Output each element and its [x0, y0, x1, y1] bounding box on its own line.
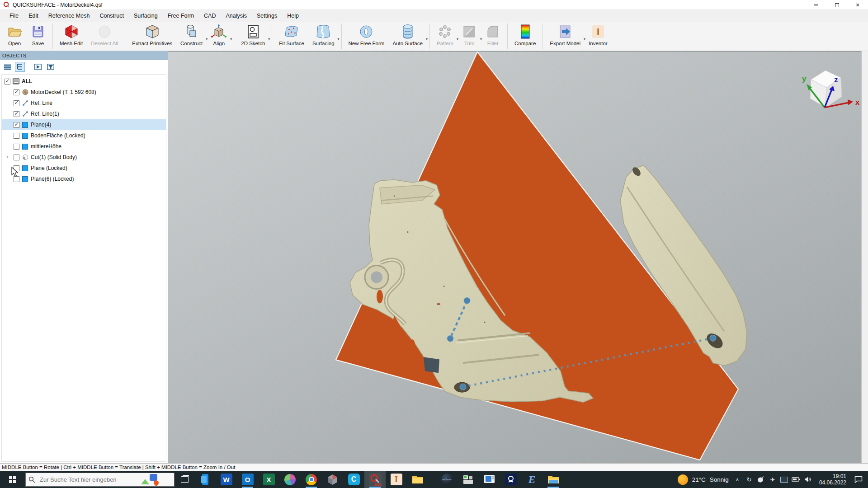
tree-item-plane-locked[interactable]: Plane (Locked): [2, 163, 166, 174]
play-button[interactable]: [33, 62, 43, 72]
taskbar-app-display[interactable]: [479, 471, 500, 488]
open-button[interactable]: Open: [3, 22, 26, 51]
align-icon: [211, 23, 227, 40]
taskbar-app-inventor[interactable]: I: [386, 471, 407, 488]
tree-item-cut1[interactable]: › Cut(1) (Solid Body): [2, 152, 166, 163]
tree-item-all[interactable]: ALL: [2, 76, 166, 87]
checkbox[interactable]: [14, 100, 19, 106]
touchpad-icon[interactable]: [779, 477, 789, 483]
surfacing-dropdown-arrow[interactable]: ▾: [338, 37, 340, 41]
taskbar-app-mesh-tool[interactable]: [322, 471, 343, 488]
tree-item-bodenflaeche[interactable]: BodenFläche (Locked): [2, 130, 166, 141]
search-icon: [28, 476, 35, 483]
save-button[interactable]: Save: [26, 22, 50, 51]
auto-surface-button[interactable]: Auto Surface ▾: [388, 22, 426, 51]
menu-edit[interactable]: Edit: [24, 11, 43, 21]
taskbar-app-3d-printer[interactable]: [458, 471, 479, 488]
taskbar-app-dashboard[interactable]: [279, 471, 301, 488]
surfacing-button[interactable]: Surfacing ▾: [308, 22, 339, 51]
fit-surface-button[interactable]: Fit Surface: [275, 22, 308, 51]
taskbar-app-webcam[interactable]: [500, 471, 521, 488]
task-view-icon: [181, 476, 189, 483]
taskbar-app-outlook[interactable]: O: [237, 471, 258, 488]
mesh-edit-button[interactable]: Mesh Edit: [56, 22, 87, 51]
inventor-button[interactable]: I Inventor: [585, 22, 612, 51]
construct-button[interactable]: Construct ▾: [176, 22, 207, 51]
taskbar-app-word[interactable]: W: [216, 471, 237, 488]
taskbar-app-quicksurface[interactable]: 2022: [364, 471, 386, 488]
menu-construct[interactable]: Construct: [94, 11, 129, 21]
taskbar-app-folder[interactable]: [407, 471, 428, 488]
fillet-icon: [486, 23, 500, 40]
expand-chevron[interactable]: ›: [6, 154, 8, 160]
2d-sketch-button[interactable]: 2D Sketch ▾: [237, 22, 269, 51]
checkbox[interactable]: [5, 79, 10, 84]
tray-expand-chevron[interactable]: ∧: [736, 477, 739, 483]
new-free-form-button[interactable]: New Free Form: [344, 22, 389, 51]
airplane-mode-icon[interactable]: ✈: [767, 476, 778, 483]
fillet-button[interactable]: Fillet: [481, 22, 505, 51]
tray-temperature[interactable]: 21°C: [692, 476, 706, 483]
objects-panel: OBJECTS ALL: [0, 51, 168, 463]
menu-cad[interactable]: CAD: [199, 11, 221, 21]
tree-item-ref-line1[interactable]: Ref. Line(1): [2, 108, 166, 119]
checkbox[interactable]: [14, 122, 19, 128]
taskbar-app-cura[interactable]: C: [343, 471, 364, 488]
align-dropdown-arrow[interactable]: ▾: [230, 37, 232, 41]
compare-button[interactable]: Compare: [510, 22, 540, 51]
checkbox[interactable]: [14, 144, 19, 150]
taskbar-app-excel[interactable]: X: [258, 471, 279, 488]
checkbox[interactable]: [14, 89, 19, 95]
taskbar-app-your-phone[interactable]: [194, 471, 216, 488]
battery-icon[interactable]: [791, 477, 801, 482]
tree-item-plane6-locked[interactable]: Plane(6) (Locked): [2, 174, 166, 184]
extract-primitives-button[interactable]: Extract Primitives: [128, 22, 176, 51]
taskbar-search[interactable]: [25, 473, 175, 487]
checkbox[interactable]: [14, 155, 19, 160]
pattern-button[interactable]: Pattern ▾: [433, 22, 458, 51]
input-device-icon[interactable]: [755, 476, 766, 483]
list-view-button[interactable]: [2, 62, 12, 72]
minimize-button[interactable]: [806, 0, 826, 10]
checkbox[interactable]: [14, 111, 19, 117]
menu-analysis[interactable]: Analysis: [221, 11, 252, 21]
trim-button[interactable]: Trim ▾: [458, 22, 481, 51]
volume-icon[interactable]: [802, 476, 813, 483]
tree-item-plane4[interactable]: Plane(4): [2, 119, 166, 130]
rotation-lock-icon[interactable]: ↻: [744, 476, 754, 483]
menu-free-form[interactable]: Free Form: [163, 11, 199, 21]
tree-item-mittlerehoehe[interactable]: mittlereHöhe: [2, 141, 166, 152]
menu-reference-mesh[interactable]: Reference Mesh: [43, 11, 95, 21]
tray-clock[interactable]: 19:01 04.06.2022: [819, 473, 846, 486]
weather-sun-icon[interactable]: [678, 474, 688, 485]
task-view-button[interactable]: [175, 471, 194, 488]
taskbar-app-exscan[interactable]: exScan: [436, 471, 458, 488]
weather-widget-icon[interactable]: [141, 474, 159, 485]
tree-item-ref-line[interactable]: Ref. Line: [2, 98, 166, 108]
search-input[interactable]: [39, 476, 137, 483]
start-button[interactable]: [0, 471, 25, 488]
maximize-button[interactable]: [826, 0, 847, 10]
menu-file[interactable]: File: [5, 11, 24, 21]
close-button[interactable]: ✕: [847, 0, 868, 10]
checkbox[interactable]: [14, 133, 19, 139]
system-tray: 21°C Sonnig ∧ ↻ ✈ 19:01 04.06.2022: [678, 471, 868, 488]
tree-view-button[interactable]: [15, 62, 25, 72]
taskbar-app-file-explorer[interactable]: [542, 471, 564, 488]
menu-surfacing[interactable]: Surfacing: [129, 11, 163, 21]
filter-button[interactable]: [46, 62, 56, 72]
tree-item-motordeckel[interactable]: MotorDeckel (T: 1 592 608): [2, 87, 166, 98]
viewport-3d[interactable]: y z x: [168, 51, 861, 463]
export-model-button[interactable]: Export Model ▾: [546, 22, 585, 51]
solid-body-icon: [22, 154, 28, 161]
notification-center-button[interactable]: [851, 476, 866, 483]
taskbar-app-e[interactable]: E: [521, 471, 542, 488]
deselect-all-button[interactable]: Deselect All: [87, 22, 122, 51]
taskbar-app-chrome[interactable]: [301, 471, 322, 488]
menu-settings[interactable]: Settings: [252, 11, 282, 21]
menu-help[interactable]: Help: [282, 11, 304, 21]
2d-sketch-dropdown-arrow[interactable]: ▾: [268, 37, 270, 41]
align-button[interactable]: Align ▾: [207, 22, 231, 51]
auto-surface-dropdown-arrow[interactable]: ▾: [426, 37, 428, 41]
tray-weather-text[interactable]: Sonnig: [710, 476, 729, 483]
